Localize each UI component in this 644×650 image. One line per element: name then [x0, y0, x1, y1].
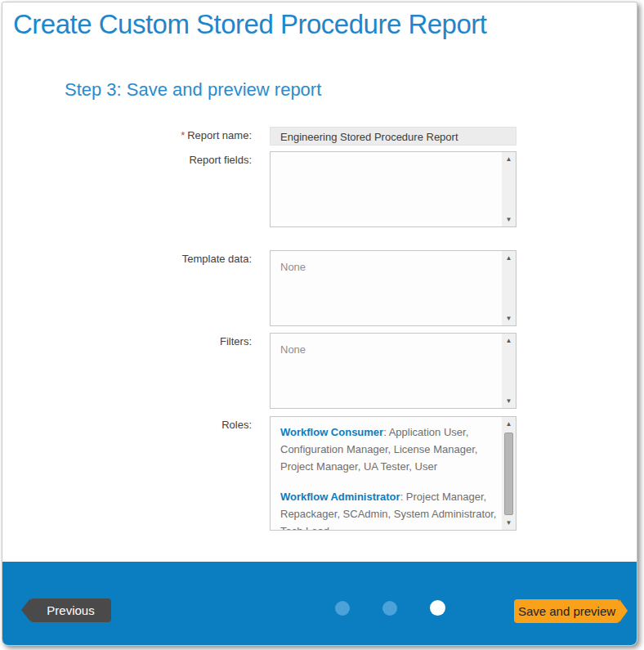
- report-form: *Report name: Engineering Stored Procedu…: [2, 127, 637, 531]
- wizard-content: Create Custom Stored Procedure Report St…: [2, 9, 637, 568]
- template-data-label: Template data:: [2, 250, 252, 266]
- scroll-up-icon[interactable]: ▲: [502, 152, 516, 166]
- scroll-down-icon[interactable]: ▼: [502, 394, 516, 408]
- report-name-row: *Report name: Engineering Stored Procedu…: [2, 127, 637, 146]
- wizard-dialog: Create Custom Stored Procedure Report St…: [2, 2, 637, 646]
- filters-row: Filters: None ▲ ▼: [2, 333, 637, 409]
- role-name[interactable]: Workflow Administrator: [280, 491, 400, 503]
- roles-row: Roles: Workflow Consumer: Application Us…: [2, 416, 637, 531]
- scroll-down-icon[interactable]: ▼: [502, 516, 516, 530]
- scroll-up-icon[interactable]: ▲: [502, 334, 516, 347]
- role-separator: :: [400, 491, 406, 503]
- filters-listbox[interactable]: None ▲ ▼: [270, 333, 517, 409]
- step-heading: Step 3: Save and preview report: [65, 79, 637, 101]
- scroll-down-icon[interactable]: ▼: [502, 312, 516, 325]
- report-fields-listbox[interactable]: ▲ ▼: [270, 151, 517, 227]
- roles-label: Roles:: [2, 416, 252, 432]
- required-marker: *: [181, 129, 185, 141]
- progress-dots: [335, 600, 445, 616]
- role-name[interactable]: Workflow Consumer: [280, 426, 383, 438]
- template-data-row: Template data: None ▲ ▼: [2, 250, 637, 326]
- template-data-value: None: [271, 251, 516, 275]
- report-fields-label: Report fields:: [2, 151, 252, 167]
- scrollbar-thumb[interactable]: [504, 433, 513, 515]
- report-name-input[interactable]: Engineering Stored Procedure Report: [270, 127, 517, 146]
- scroll-up-icon[interactable]: ▲: [502, 251, 516, 265]
- scroll-down-icon[interactable]: ▼: [502, 213, 516, 226]
- filters-value: None: [271, 334, 516, 357]
- report-name-label: *Report name:: [2, 127, 252, 142]
- progress-dot-2: [382, 601, 397, 616]
- roles-listbox[interactable]: Workflow Consumer: Application User, Con…: [270, 416, 517, 531]
- role-entry: Workflow Administrator: Project Manager,…: [280, 488, 498, 531]
- template-data-listbox[interactable]: None ▲ ▼: [270, 250, 517, 326]
- previous-button[interactable]: Previous: [30, 598, 111, 622]
- report-fields-row: Report fields: ▲ ▼: [2, 151, 637, 227]
- progress-dot-3-active: [430, 600, 445, 616]
- report-fields-scrollbar[interactable]: ▲ ▼: [502, 152, 516, 226]
- filters-scrollbar[interactable]: ▲ ▼: [502, 334, 516, 408]
- roles-scrollbar[interactable]: ▲ ▼: [502, 417, 516, 530]
- page-title: Create Custom Stored Procedure Report: [13, 9, 637, 40]
- filters-label: Filters:: [2, 333, 252, 348]
- role-entry: Workflow Consumer: Application User, Con…: [280, 424, 498, 475]
- report-fields-value: [271, 152, 516, 161]
- progress-dot-1: [335, 601, 350, 616]
- template-data-scrollbar[interactable]: ▲ ▼: [502, 251, 516, 325]
- scroll-up-icon[interactable]: ▲: [502, 417, 516, 431]
- save-and-preview-button[interactable]: Save and preview: [514, 599, 619, 623]
- wizard-footer: Previous Save and preview: [2, 562, 637, 645]
- roles-content: Workflow Consumer: Application User, Con…: [271, 417, 516, 531]
